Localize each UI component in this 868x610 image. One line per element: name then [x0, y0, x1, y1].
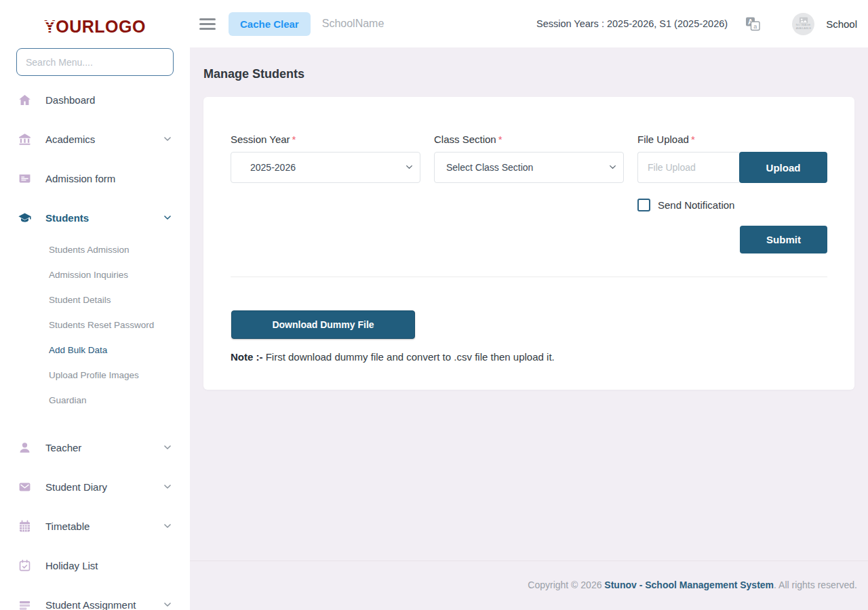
- sidebar-item-student-assignment[interactable]: Student Assignment: [0, 585, 190, 610]
- copyright-prefix: Copyright © 2026: [528, 580, 604, 590]
- footer: Copyright © 2026 Stunov - School Managem…: [190, 561, 868, 610]
- logo: YOURLOGO: [0, 0, 190, 37]
- sidebar-item-label: Students: [45, 212, 89, 224]
- avatar-placeholder-text: NO IMAGE AVAILABLE: [796, 24, 811, 30]
- manage-students-card: Session Year* 2025-2026 Class Section* S…: [203, 97, 854, 390]
- form-icon: [18, 172, 31, 185]
- session-year-select[interactable]: 2025-2026: [231, 152, 420, 183]
- class-section-select-wrap: Select Class Section: [434, 152, 624, 183]
- submenu-item-students-reset-password[interactable]: Students Reset Password: [0, 312, 190, 338]
- sidebar-item-dashboard[interactable]: Dashboard: [0, 80, 190, 119]
- upload-button[interactable]: Upload: [739, 152, 827, 183]
- svg-text:a: a: [753, 23, 757, 30]
- page-title: Manage Students: [203, 67, 304, 81]
- hamburger-menu-icon[interactable]: [199, 16, 216, 33]
- person-icon: [18, 441, 31, 454]
- logo-y: Y: [44, 17, 56, 37]
- label-text: File Upload: [637, 134, 689, 145]
- sidebar-item-label: Student Assignment: [45, 599, 136, 610]
- class-section-select[interactable]: Select Class Section: [434, 152, 624, 183]
- copyright-suffix: . All rights reserved.: [774, 580, 857, 590]
- chevron-down-icon: [163, 521, 172, 531]
- translate-icon[interactable]: Aa: [745, 16, 761, 32]
- required-asterisk: *: [292, 134, 296, 145]
- sidebar-item-holiday-list[interactable]: Holiday List: [0, 546, 190, 585]
- sidebar-item-label: Admission form: [45, 173, 115, 184]
- school-name-label: SchoolName: [322, 18, 384, 30]
- chevron-down-icon: [163, 134, 172, 144]
- bank-icon: [18, 133, 31, 146]
- chevron-down-icon: [163, 600, 172, 609]
- submenu-item-add-bulk-data[interactable]: Add Bulk Data: [0, 338, 190, 363]
- note-body: First download dummy file and convert to…: [263, 351, 555, 363]
- send-notification-row: Send Notification: [637, 199, 734, 211]
- label-text: Class Section: [434, 134, 496, 145]
- submit-button[interactable]: Submit: [740, 226, 827, 253]
- session-years-label: Session Years : 2025-2026, S1 (2025-2026…: [536, 18, 728, 29]
- submenu-item-student-details[interactable]: Student Details: [0, 287, 190, 312]
- note-text: Note :- First download dummy file and co…: [231, 351, 555, 363]
- session-year-label: Session Year*: [231, 134, 296, 145]
- calendar-icon: [18, 520, 31, 533]
- download-dummy-file-button[interactable]: Download Dummy File: [231, 310, 415, 339]
- main-content: Manage Students Session Year* 2025-2026 …: [190, 47, 868, 610]
- required-asterisk: *: [498, 134, 502, 145]
- sidebar-nav: Dashboard Academics Admission form Stude…: [0, 80, 190, 610]
- user-menu-label[interactable]: School: [826, 18, 857, 30]
- label-text: Session Year: [231, 134, 290, 145]
- sidebar-item-label: Dashboard: [45, 94, 95, 106]
- sidebar-item-teacher[interactable]: Teacher: [0, 428, 190, 467]
- sidebar-item-label: Holiday List: [45, 560, 98, 571]
- card-divider: [231, 277, 827, 277]
- note-bold: Note :-: [231, 351, 263, 363]
- sidebar-item-academics[interactable]: Academics: [0, 119, 190, 159]
- graduation-cap-icon: [18, 211, 31, 224]
- submenu-item-guardian[interactable]: Guardian: [0, 388, 190, 413]
- sidebar-item-student-diary[interactable]: Student Diary: [0, 467, 190, 506]
- send-notification-checkbox[interactable]: [637, 199, 650, 211]
- sidebar: YOURLOGO Dashboard Academics Admission f…: [0, 0, 190, 610]
- file-upload-group: Upload: [637, 152, 827, 183]
- header-right: Session Years : 2025-2026, S1 (2025-2026…: [536, 13, 857, 35]
- send-notification-label: Send Notification: [658, 199, 734, 211]
- sidebar-item-label: Academics: [45, 134, 95, 145]
- students-submenu: Students Admission Admission Inquiries S…: [0, 237, 190, 428]
- sidebar-item-admission-form[interactable]: Admission form: [0, 159, 190, 198]
- cache-clear-button[interactable]: Cache Clear: [229, 12, 311, 36]
- home-icon: [18, 94, 31, 106]
- avatar[interactable]: NO IMAGE AVAILABLE: [792, 13, 814, 35]
- sidebar-item-label: Teacher: [45, 442, 81, 453]
- chevron-down-icon: [163, 213, 172, 222]
- sidebar-item-label: Student Diary: [45, 481, 107, 493]
- sidebar-item-students[interactable]: Students: [0, 198, 190, 237]
- envelope-icon: [18, 481, 31, 493]
- search-input[interactable]: [16, 48, 174, 76]
- sidebar-item-timetable[interactable]: Timetable: [0, 506, 190, 546]
- chevron-down-icon: [163, 443, 172, 452]
- submenu-item-upload-profile-images[interactable]: Upload Profile Images: [0, 363, 190, 388]
- required-asterisk: *: [691, 134, 695, 145]
- submenu-item-admission-inquiries[interactable]: Admission Inquiries: [0, 262, 190, 287]
- file-upload-label: File Upload*: [637, 134, 695, 145]
- submenu-item-students-admission[interactable]: Students Admission: [0, 237, 190, 262]
- sidebar-search: [16, 48, 174, 76]
- file-upload-input[interactable]: [637, 152, 739, 183]
- assignment-icon: [18, 598, 31, 610]
- chevron-down-icon: [163, 482, 172, 491]
- footer-link[interactable]: Stunov - School Management System: [604, 580, 774, 590]
- class-section-label: Class Section*: [434, 134, 502, 145]
- calendar-check-icon: [18, 559, 31, 572]
- sidebar-item-label: Timetable: [45, 521, 90, 532]
- session-year-select-wrap: 2025-2026: [231, 152, 420, 183]
- top-header: Cache Clear SchoolName Session Years : 2…: [190, 0, 868, 47]
- logo-rest: OURLOGO: [56, 17, 146, 36]
